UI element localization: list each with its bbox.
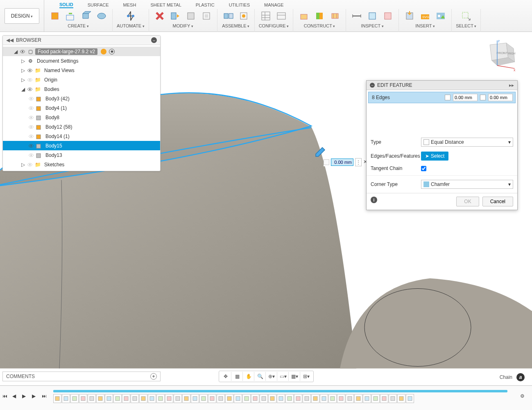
expander-icon[interactable]: ▷ xyxy=(21,162,25,167)
timeline-feature[interactable] xyxy=(363,394,371,403)
dialog-pin-icon[interactable]: ▸▸ xyxy=(509,82,514,88)
browser-collapse-icon[interactable]: ◀◀ xyxy=(6,37,14,43)
assemble-tool-0[interactable] xyxy=(222,9,235,23)
modify-tool-0[interactable] xyxy=(153,9,166,23)
group-label[interactable]: MODIFY xyxy=(172,23,193,28)
visibility-icon[interactable] xyxy=(28,152,34,158)
grid-icon[interactable]: ▦▾ xyxy=(290,372,300,381)
dimension-options-button[interactable]: ⋮ xyxy=(355,158,362,166)
group-label[interactable]: INSPECT xyxy=(361,23,384,28)
timeline-feature[interactable] xyxy=(294,394,302,403)
tree-item-document-settings[interactable]: ▷⚙Document Settings xyxy=(3,56,160,66)
distance2-input[interactable] xyxy=(488,94,513,101)
timeline-feature[interactable] xyxy=(380,394,388,403)
timeline-feature[interactable] xyxy=(303,394,311,403)
tab-utilities[interactable]: UTILITIES xyxy=(229,2,250,7)
visibility-icon[interactable] xyxy=(28,115,34,120)
visibility-icon[interactable] xyxy=(28,96,34,102)
dialog-header[interactable]: – EDIT FEATURE ▸▸ xyxy=(367,81,517,90)
zoom-fit-icon[interactable]: ⊕▾ xyxy=(267,372,277,381)
construct-tool-1[interactable] xyxy=(313,9,326,23)
construct-tool-2[interactable] xyxy=(328,9,342,23)
expander-icon[interactable]: ◢ xyxy=(21,87,25,91)
timeline-feature[interactable] xyxy=(389,394,397,403)
visibility-icon[interactable] xyxy=(27,77,33,83)
assemble-tool-1[interactable] xyxy=(237,9,250,23)
body-item[interactable]: Body15 xyxy=(3,141,160,150)
cancel-button[interactable]: Cancel xyxy=(482,197,513,206)
tree-item-named-views[interactable]: ▷📁Named Views xyxy=(3,66,160,75)
modify-tool-2[interactable] xyxy=(184,9,197,23)
group-label[interactable]: AUTOMATE xyxy=(117,23,145,28)
timeline-back-icon[interactable]: ◀ xyxy=(12,393,20,401)
zoom-icon[interactable]: 🔍 xyxy=(255,372,266,381)
timeline-feature[interactable] xyxy=(285,394,294,403)
group-label[interactable]: CREATE xyxy=(68,23,88,28)
comments-panel[interactable]: COMMENTS + xyxy=(2,371,161,381)
timeline-feature[interactable] xyxy=(242,394,251,403)
tab-mesh[interactable]: MESH xyxy=(123,2,136,7)
distance1-input[interactable] xyxy=(453,94,478,101)
select-tool-0[interactable] xyxy=(460,9,473,23)
type-select[interactable]: Equal Distance ▾ xyxy=(421,138,513,147)
timeline-feature[interactable] xyxy=(139,394,147,403)
visibility-icon[interactable] xyxy=(28,124,34,130)
create-tool-2[interactable] xyxy=(79,9,93,23)
modify-tool-1[interactable] xyxy=(169,9,182,23)
viewcube[interactable]: FRONT RIGHT z x xyxy=(479,39,516,72)
chamfer-arrow-gizmo[interactable] xyxy=(313,147,326,159)
tangent-checkbox[interactable] xyxy=(421,166,426,171)
timeline-feature[interactable] xyxy=(268,394,276,403)
visibility-icon[interactable] xyxy=(28,105,34,111)
timeline-feature[interactable] xyxy=(165,394,173,403)
timeline-forward-icon[interactable]: ▶ xyxy=(32,393,39,401)
chamfer-edges-row[interactable]: 8 Edges xyxy=(368,92,516,103)
timeline-feature[interactable] xyxy=(406,394,414,403)
body-item[interactable]: Body12 (58) xyxy=(3,122,160,131)
configure-tool-0[interactable] xyxy=(259,9,272,23)
corner-select[interactable]: Chamfer ▾ xyxy=(421,180,513,189)
body-item[interactable]: Body13 xyxy=(3,150,160,160)
timeline-feature[interactable] xyxy=(70,394,79,403)
timeline[interactable] xyxy=(53,390,507,406)
timeline-feature[interactable] xyxy=(148,394,156,403)
tab-sheetmetal[interactable]: SHEET METAL xyxy=(150,2,181,7)
timeline-feature[interactable] xyxy=(260,394,268,403)
inspect-tool-2[interactable] xyxy=(381,9,394,23)
timeline-feature[interactable] xyxy=(156,394,165,403)
body-item[interactable]: Body8 xyxy=(3,113,160,122)
timeline-feature[interactable] xyxy=(277,394,285,403)
timeline-feature[interactable] xyxy=(105,394,113,403)
info-icon[interactable]: i xyxy=(371,197,377,203)
timeline-feature[interactable] xyxy=(174,394,182,403)
autodesk-badge-icon[interactable]: a xyxy=(516,373,525,381)
design-button[interactable]: DESIGN xyxy=(5,8,40,24)
tab-surface[interactable]: SURFACE xyxy=(88,2,109,7)
inspect-tool-0[interactable] xyxy=(350,9,363,23)
timeline-feature[interactable] xyxy=(113,394,122,403)
tree-item-sketches[interactable]: ▷📁Sketches xyxy=(3,160,160,169)
body-item[interactable]: Body4 (1) xyxy=(3,103,160,113)
tree-item-bodies[interactable]: ◢📁Bodies xyxy=(3,84,160,94)
timeline-feature[interactable] xyxy=(182,394,190,403)
timeline-settings-icon[interactable]: ⚙ xyxy=(520,393,525,399)
timeline-feature[interactable] xyxy=(217,394,225,403)
add-comment-icon[interactable]: + xyxy=(150,373,157,380)
timeline-feature[interactable] xyxy=(96,394,104,403)
create-tool-1[interactable] xyxy=(64,9,77,23)
timeline-feature[interactable] xyxy=(122,394,130,403)
body-item[interactable]: Body14 (1) xyxy=(3,131,160,141)
timeline-play-icon[interactable]: ▶ xyxy=(22,393,29,401)
dialog-collapse-icon[interactable]: – xyxy=(370,83,375,88)
workspace-switcher[interactable]: DESIGN xyxy=(0,0,44,32)
group-label[interactable]: CONSTRUCT xyxy=(304,23,335,28)
lookat-icon[interactable]: ▦ xyxy=(232,372,243,381)
visibility-icon[interactable] xyxy=(27,68,33,73)
timeline-end-icon[interactable]: ⏭ xyxy=(42,393,49,401)
select-button[interactable]: ➤ Select xyxy=(421,152,448,161)
tab-manage[interactable]: MANAGE xyxy=(264,2,284,7)
viewport-icon[interactable]: ⊞▾ xyxy=(301,372,312,381)
timeline-feature[interactable] xyxy=(131,394,139,403)
insert-tool-0[interactable] xyxy=(403,9,416,23)
timeline-feature[interactable] xyxy=(79,394,87,403)
